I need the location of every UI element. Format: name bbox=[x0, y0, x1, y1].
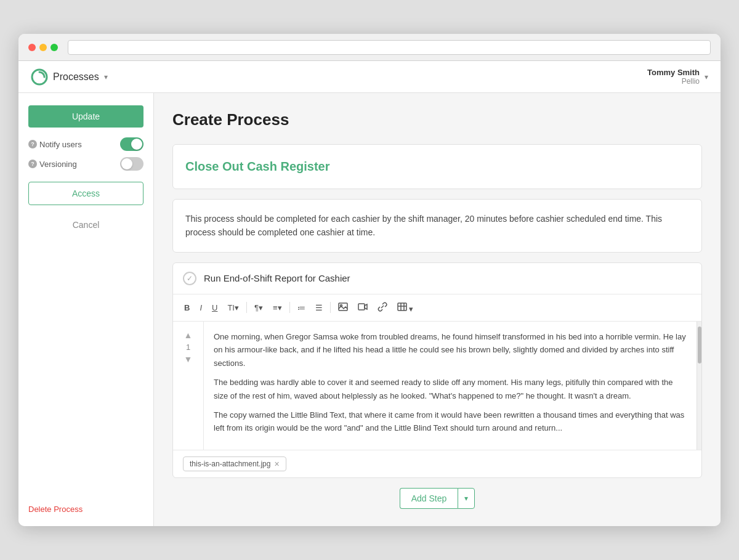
toolbar-ordered-list[interactable]: ≔ bbox=[294, 301, 309, 315]
step-content-area: ▲ 1 ▼ One morning, when Gregor Samsa wok… bbox=[173, 322, 701, 450]
update-button[interactable]: Update bbox=[28, 105, 143, 128]
versioning-label: ? Versioning bbox=[28, 160, 77, 169]
cancel-button[interactable]: Cancel bbox=[28, 215, 143, 235]
toolbar-image[interactable] bbox=[334, 299, 352, 316]
notify-help-icon[interactable]: ? bbox=[28, 140, 37, 148]
user-chevron[interactable]: ▾ bbox=[705, 73, 708, 81]
page-title: Create Process bbox=[172, 110, 702, 129]
step-title: Run End-of-Shift Report for Cashier bbox=[204, 273, 350, 283]
notify-users-toggle[interactable] bbox=[120, 137, 143, 151]
org-name: Pellio bbox=[647, 77, 700, 86]
title-bar bbox=[18, 34, 721, 61]
toolbar-divider-2 bbox=[289, 302, 290, 313]
app-window: Processes ▾ Tommy Smith Pellio ▾ Update … bbox=[18, 34, 721, 526]
process-description: This process should be completed for eac… bbox=[185, 214, 662, 237]
attachment-chip: this-is-an-attachment.jpg × bbox=[183, 457, 286, 471]
versioning-toggle-slider bbox=[120, 157, 143, 171]
delete-process-button[interactable]: Delete Process bbox=[28, 505, 83, 514]
scroll-bar[interactable] bbox=[697, 322, 701, 450]
minimize-button[interactable] bbox=[39, 44, 47, 51]
add-step-dropdown-button[interactable] bbox=[458, 488, 475, 509]
svg-rect-4 bbox=[398, 303, 406, 310]
toolbar-link[interactable] bbox=[374, 299, 391, 316]
step-controls: ▲ 1 ▼ bbox=[173, 322, 204, 450]
versioning-text: Versioning bbox=[39, 160, 77, 169]
toolbar-italic[interactable]: I bbox=[196, 301, 206, 315]
versioning-help-icon[interactable]: ? bbox=[28, 160, 37, 168]
step-check-icon[interactable]: ✓ bbox=[183, 272, 196, 285]
step-down-button[interactable]: ▼ bbox=[183, 353, 194, 365]
step-text[interactable]: One morning, when Gregor Samsa woke from… bbox=[204, 322, 697, 450]
app-header: Processes ▾ Tommy Smith Pellio ▾ bbox=[18, 61, 721, 93]
toolbar-align[interactable]: ≡▾ bbox=[269, 301, 286, 315]
access-button[interactable]: Access bbox=[28, 182, 143, 205]
close-button[interactable] bbox=[28, 44, 36, 51]
step-number: 1 bbox=[186, 343, 190, 352]
toolbar-unordered-list[interactable]: ☰ bbox=[312, 301, 326, 315]
process-title: Close Out Cash Register bbox=[185, 160, 689, 174]
toolbar-paragraph[interactable]: ¶▾ bbox=[251, 301, 267, 315]
step-up-button[interactable]: ▲ bbox=[183, 329, 194, 341]
toolbar-text-type[interactable]: TI▾ bbox=[224, 301, 243, 315]
sidebar: Update ? Notify users ? Versioning bbox=[18, 93, 154, 526]
process-title-box: Close Out Cash Register bbox=[172, 144, 702, 189]
app-chevron[interactable]: ▾ bbox=[104, 73, 108, 81]
versioning-toggle[interactable] bbox=[120, 157, 143, 171]
scroll-thumb bbox=[698, 327, 701, 363]
app-name: Processes bbox=[53, 71, 99, 83]
toolbar: B I U TI▾ ¶▾ ≡▾ ≔ ☰ bbox=[173, 294, 701, 322]
attachment-name: this-is-an-attachment.jpg bbox=[190, 460, 270, 468]
add-step-button[interactable]: Add Step bbox=[400, 488, 458, 509]
table-chevron: ▾ bbox=[409, 304, 413, 314]
step-para-1: One morning, when Gregor Samsa woke from… bbox=[214, 330, 687, 370]
toolbar-video[interactable] bbox=[354, 299, 371, 316]
versioning-row: ? Versioning bbox=[28, 157, 143, 171]
notify-toggle-slider bbox=[120, 137, 143, 151]
svg-rect-3 bbox=[358, 304, 365, 310]
url-bar[interactable] bbox=[68, 40, 711, 55]
attachment-row: this-is-an-attachment.jpg × bbox=[173, 450, 701, 477]
toolbar-underline[interactable]: U bbox=[208, 301, 221, 315]
toolbar-divider-3 bbox=[330, 302, 331, 313]
step-header: ✓ Run End-of-Shift Report for Cashier bbox=[173, 263, 701, 294]
process-description-box: This process should be completed for eac… bbox=[172, 199, 702, 253]
toolbar-table[interactable]: ▾ bbox=[394, 299, 418, 316]
notify-users-text: Notify users bbox=[39, 140, 82, 149]
maximize-button[interactable] bbox=[50, 44, 58, 51]
content-area: Create Process Close Out Cash Register T… bbox=[154, 93, 721, 526]
main-layout: Update ? Notify users ? Versioning bbox=[18, 93, 721, 526]
step-editor: ✓ Run End-of-Shift Report for Cashier B … bbox=[172, 262, 702, 478]
user-name: Tommy Smith bbox=[647, 68, 700, 77]
step-para-2: The bedding was hardly able to cover it … bbox=[214, 376, 687, 402]
add-step-row: Add Step bbox=[172, 488, 702, 509]
toolbar-divider-1 bbox=[246, 302, 247, 313]
traffic-lights bbox=[28, 44, 58, 51]
attachment-remove[interactable]: × bbox=[274, 460, 279, 468]
toolbar-bold[interactable]: B bbox=[180, 301, 193, 315]
notify-users-label: ? Notify users bbox=[28, 140, 82, 149]
chevron-down-icon bbox=[464, 494, 468, 503]
user-info: Tommy Smith Pellio bbox=[647, 68, 700, 86]
app-logo: Processes ▾ bbox=[31, 68, 108, 86]
notify-users-row: ? Notify users bbox=[28, 137, 143, 151]
user-menu[interactable]: Tommy Smith Pellio ▾ bbox=[647, 68, 708, 86]
step-para-3: The copy warned the Little Blind Text, t… bbox=[214, 408, 687, 435]
logo-icon bbox=[31, 68, 48, 86]
